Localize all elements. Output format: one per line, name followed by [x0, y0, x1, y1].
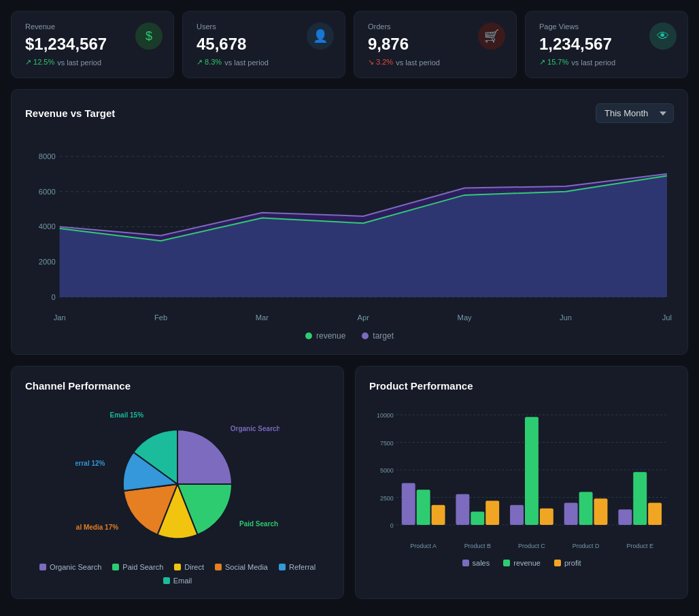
svg-text:2000: 2000	[39, 258, 56, 266]
svg-text:0: 0	[51, 293, 55, 301]
product-title: Product Performance	[369, 380, 674, 392]
svg-text:May: May	[458, 313, 473, 322]
svg-text:Jul: Jul	[662, 313, 672, 322]
kpi-change: ↘ 3.2% vs last period	[368, 58, 502, 67]
svg-rect-49	[618, 509, 632, 525]
pie-legend: Organic SearchPaid SearchDirectSocial Me…	[25, 563, 330, 585]
svg-text:Paid Search 19%: Paid Search 19%	[239, 520, 279, 528]
svg-text:2500: 2500	[380, 495, 394, 502]
pie-legend-item: Referral	[279, 563, 316, 571]
svg-text:Product B: Product B	[464, 543, 491, 549]
svg-rect-38	[471, 512, 484, 525]
svg-rect-42	[525, 417, 539, 525]
kpi-card-orders: Orders 9,876 ↘ 3.2% vs last period 🛒	[354, 11, 517, 78]
pie-legend-item: Social Media	[215, 563, 268, 571]
bottom-row: Channel Performance Organic Search 25%Pa…	[11, 366, 688, 599]
svg-text:Referral 12%: Referral 12%	[75, 460, 105, 467]
svg-rect-39	[485, 500, 499, 525]
kpi-icon: $	[135, 22, 163, 50]
svg-rect-45	[564, 503, 578, 525]
legend-revenue: revenue	[305, 331, 345, 341]
pie-legend-item: Direct	[174, 563, 204, 571]
revenue-chart-title: Revenue vs Target	[25, 107, 115, 119]
svg-rect-34	[417, 490, 430, 525]
pie-legend-item: Paid Search	[112, 563, 163, 571]
svg-rect-46	[579, 492, 593, 525]
kpi-change-arrow: ↗ 12.5%	[25, 58, 54, 67]
kpi-vs-text: vs last period	[396, 58, 440, 67]
kpi-change: ↗ 15.7% vs last period	[539, 58, 674, 67]
kpi-icon: 👁	[649, 22, 677, 50]
svg-rect-50	[633, 472, 647, 525]
legend-target: target	[362, 331, 394, 341]
pie-legend-item: Email	[163, 577, 192, 585]
bar-legend-revenue: revenue	[503, 559, 541, 567]
svg-text:Apr: Apr	[358, 313, 370, 322]
svg-text:6000: 6000	[39, 188, 56, 196]
kpi-icon: 👤	[307, 22, 334, 50]
bar-chart: 025005000750010000Product AProduct BProd…	[369, 403, 674, 552]
svg-text:Mar: Mar	[256, 313, 269, 322]
svg-rect-41	[510, 505, 524, 525]
svg-text:Product E: Product E	[627, 543, 653, 549]
svg-rect-47	[594, 498, 608, 525]
area-chart: 02000400060008000JanFebMarAprMayJunJul	[25, 134, 674, 324]
kpi-card-users: Users 45,678 ↗ 8.3% vs last period 👤	[182, 11, 345, 78]
svg-text:0: 0	[390, 522, 394, 529]
kpi-vs-text: vs last period	[571, 58, 615, 67]
kpi-vs-text: vs last period	[224, 58, 269, 67]
pie-container: Organic Search 25%Paid Search 19%Direct …	[25, 403, 330, 585]
svg-text:8000: 8000	[39, 152, 56, 160]
svg-rect-33	[402, 483, 415, 525]
pie-and-labels: Organic Search 25%Paid Search 19%Direct …	[25, 403, 330, 552]
svg-text:Product D: Product D	[573, 543, 600, 549]
svg-text:Feb: Feb	[154, 313, 167, 322]
kpi-change-arrow: ↗ 8.3%	[197, 58, 222, 67]
kpi-change-arrow: ↘ 3.2%	[368, 58, 393, 67]
kpi-change-arrow: ↗ 15.7%	[539, 58, 568, 67]
kpi-card-pageviews: Page Views 1,234,567 ↗ 15.7% vs last per…	[525, 11, 688, 78]
svg-rect-35	[432, 505, 445, 525]
svg-text:Jun: Jun	[560, 313, 572, 322]
svg-text:Jan: Jan	[54, 313, 66, 322]
product-panel: Product Performance 025005000750010000Pr…	[355, 366, 688, 599]
channel-panel: Channel Performance Organic Search 25%Pa…	[11, 366, 344, 599]
svg-text:4000: 4000	[39, 223, 56, 231]
bar-legend-profit: profit	[554, 559, 581, 567]
chart-legend: revenue target	[25, 331, 674, 341]
revenue-chart-panel: Revenue vs Target This MonthLast MonthTh…	[11, 89, 688, 355]
svg-text:5000: 5000	[380, 467, 394, 474]
kpi-card-revenue: Revenue $1,234,567 ↗ 12.5% vs last perio…	[11, 11, 174, 78]
svg-text:Organic Search 25%: Organic Search 25%	[231, 425, 279, 432]
period-select[interactable]: This MonthLast MonthThis QuarterThis Yea…	[596, 103, 674, 123]
kpi-icon: 🛒	[478, 22, 505, 50]
svg-rect-51	[648, 503, 662, 525]
kpi-change: ↗ 8.3% vs last period	[197, 58, 331, 67]
svg-rect-43	[540, 509, 553, 525]
kpi-change: ↗ 12.5% vs last period	[25, 58, 160, 67]
bar-legend-sales: sales	[462, 559, 490, 567]
svg-text:10000: 10000	[377, 412, 394, 419]
svg-text:Email 15%: Email 15%	[110, 411, 144, 419]
svg-text:Product A: Product A	[410, 543, 437, 549]
kpi-vs-text: vs last period	[57, 58, 101, 67]
svg-text:7500: 7500	[380, 440, 394, 447]
channel-title: Channel Performance	[25, 380, 330, 392]
kpi-row: Revenue $1,234,567 ↗ 12.5% vs last perio…	[11, 11, 688, 78]
pie-legend-item: Organic Search	[39, 563, 101, 571]
bar-legend: salesrevenueprofit	[369, 559, 674, 567]
svg-text:Product C: Product C	[518, 543, 545, 549]
svg-rect-37	[456, 494, 469, 525]
svg-text:Social Media 17%: Social Media 17%	[75, 524, 118, 531]
